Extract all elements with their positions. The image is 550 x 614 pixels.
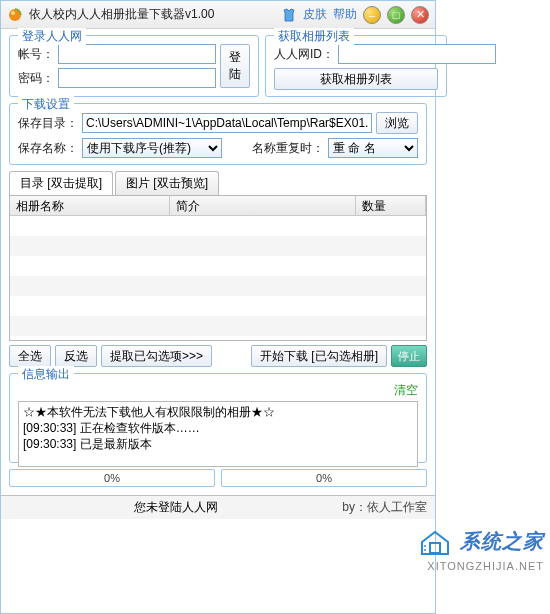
tabs: 目录 [双击提取] 图片 [双击预览] xyxy=(9,171,427,195)
minimize-button[interactable]: – xyxy=(363,6,381,24)
watermark-text: 系统之家 xyxy=(460,530,544,552)
tab-directory[interactable]: 目录 [双击提取] xyxy=(9,171,113,195)
col-description[interactable]: 简介 xyxy=(170,196,356,215)
fetch-legend: 获取相册列表 xyxy=(274,28,354,45)
clear-log-button[interactable]: 清空 xyxy=(394,382,418,399)
log-group: 信息输出 清空 ☆★本软件无法下载他人有权限限制的相册★☆ [09:30:33]… xyxy=(9,373,427,463)
login-button[interactable]: 登陆 xyxy=(220,44,250,88)
progress-2-text: 0% xyxy=(222,470,426,486)
app-icon xyxy=(7,7,23,23)
maximize-button[interactable]: □ xyxy=(387,6,405,24)
col-count[interactable]: 数量 xyxy=(356,196,426,215)
close-button[interactable]: ✕ xyxy=(411,6,429,24)
listview-body[interactable] xyxy=(10,216,426,340)
fetch-list-button[interactable]: 获取相册列表 xyxy=(274,68,438,90)
tab-images[interactable]: 图片 [双击预览] xyxy=(115,171,219,195)
log-line: [09:30:33] 正在检查软件版本…… xyxy=(23,420,413,436)
progress-bar-1: 0% xyxy=(9,469,215,487)
skin-icon[interactable] xyxy=(281,7,297,23)
album-listview[interactable]: 相册名称 简介 数量 xyxy=(9,195,427,341)
help-button[interactable]: 帮助 xyxy=(333,6,357,23)
rename-label: 名称重复时： xyxy=(252,140,324,157)
content-area: 登录人人网 帐号： 密码： 登陆 xyxy=(1,29,435,495)
download-settings-group: 下载设置 保存目录： 浏览 保存名称： 使用下载序号(推荐) 名称重复时： 重 … xyxy=(9,103,427,165)
listview-header: 相册名称 简介 数量 xyxy=(10,196,426,216)
progress-1-text: 0% xyxy=(10,470,214,486)
stop-button[interactable]: 停止 xyxy=(391,345,427,367)
log-legend: 信息输出 xyxy=(18,366,74,383)
login-legend: 登录人人网 xyxy=(18,28,86,45)
login-group: 登录人人网 帐号： 密码： 登陆 xyxy=(9,35,259,97)
log-textarea[interactable]: ☆★本软件无法下载他人有权限限制的相册★☆ [09:30:33] 正在检查软件版… xyxy=(18,401,418,467)
log-line: ☆★本软件无法下载他人有权限限制的相册★☆ xyxy=(23,404,413,420)
progress-row: 0% 0% xyxy=(9,469,427,487)
status-left: 您未登陆人人网 xyxy=(9,499,342,516)
skin-button[interactable]: 皮肤 xyxy=(303,6,327,23)
statusbar: 您未登陆人人网 by：依人工作室 xyxy=(1,495,435,519)
password-input[interactable] xyxy=(58,68,216,88)
save-name-label: 保存名称： xyxy=(18,140,78,157)
status-right: by：依人工作室 xyxy=(342,499,427,516)
renrenid-input[interactable] xyxy=(338,44,496,64)
fetch-group: 获取相册列表 人人网ID： 获取相册列表 xyxy=(265,35,447,97)
download-settings-legend: 下载设置 xyxy=(18,96,74,113)
start-download-button[interactable]: 开始下载 [已勾选相册] xyxy=(251,345,387,367)
watermark-url: XITONGZHIJIA.NET xyxy=(418,560,544,572)
watermark: 系统之家 XITONGZHIJIA.NET xyxy=(418,528,544,572)
rename-select[interactable]: 重 命 名 xyxy=(328,138,418,158)
col-album-name[interactable]: 相册名称 xyxy=(10,196,170,215)
log-line: [09:30:33] 已是最新版本 xyxy=(23,436,413,452)
extract-checked-button[interactable]: 提取已勾选项>>> xyxy=(101,345,212,367)
browse-button[interactable]: 浏览 xyxy=(376,112,418,134)
renrenid-label: 人人网ID： xyxy=(274,46,334,63)
svg-point-1 xyxy=(11,11,15,15)
save-dir-input[interactable] xyxy=(82,113,372,133)
save-name-select[interactable]: 使用下载序号(推荐) xyxy=(82,138,222,158)
select-all-button[interactable]: 全选 xyxy=(9,345,51,367)
main-window: 依人校内人人相册批量下载器v1.00 皮肤 帮助 – □ ✕ 登录人人网 帐号： xyxy=(0,0,436,614)
account-label: 帐号： xyxy=(18,46,54,63)
progress-bar-2: 0% xyxy=(221,469,427,487)
titlebar: 依人校内人人相册批量下载器v1.00 皮肤 帮助 – □ ✕ xyxy=(1,1,435,29)
save-dir-label: 保存目录： xyxy=(18,115,78,132)
window-title: 依人校内人人相册批量下载器v1.00 xyxy=(29,6,277,23)
invert-selection-button[interactable]: 反选 xyxy=(55,345,97,367)
account-input[interactable] xyxy=(58,44,216,64)
action-row: 全选 反选 提取已勾选项>>> 开始下载 [已勾选相册] 停止 xyxy=(9,345,427,367)
password-label: 密码： xyxy=(18,70,54,87)
